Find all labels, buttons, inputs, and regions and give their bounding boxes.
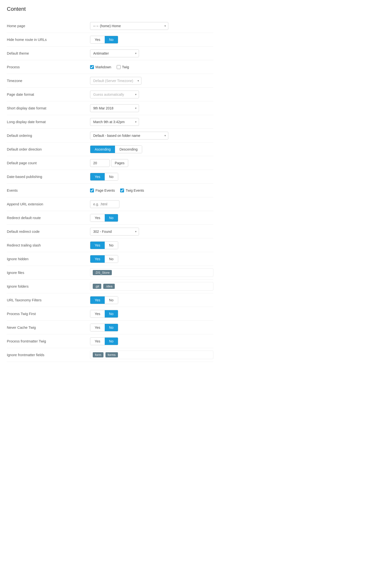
control-events: Page EventsTwig Events (90, 188, 213, 192)
label-redirect-default-route: Redirect default route (7, 216, 90, 220)
row-date-based-publishing: Date-based publishingYesNo (7, 170, 213, 184)
tag-forms: forms (105, 352, 118, 357)
checkbox-item-process-markdown: Markdown (90, 65, 111, 69)
toggle-btn-default-order-direction-descending[interactable]: Descending (115, 146, 142, 153)
toggle-btn-redirect-trailing-slash-no[interactable]: No (105, 242, 118, 249)
select-short-display-date[interactable]: 9th Mar 2018 (90, 104, 139, 112)
toggle-btn-process-twig-first-yes[interactable]: Yes (90, 310, 105, 318)
toggle-group-default-order-direction: AscendingDescending (90, 145, 142, 153)
select-default-redirect-code[interactable]: 302 - Found (90, 228, 139, 235)
select-timezone[interactable]: Default (Server Timezone) (90, 77, 142, 85)
toggle-btn-process-twig-first-no[interactable]: No (105, 310, 118, 318)
toggle-btn-default-order-direction-ascending[interactable]: Ascending (90, 146, 115, 153)
toggle-btn-ignore-hidden-yes[interactable]: Yes (90, 255, 105, 263)
label-ignore-files: Ignore files (7, 271, 90, 275)
control-timezone: Default (Server Timezone)▾ (90, 77, 213, 85)
toggle-group-date-based-publishing: YesNo (90, 173, 118, 181)
control-hide-home-route: YesNo (90, 36, 213, 44)
select-home-page[interactable]: --→ (home) Home (90, 22, 168, 30)
checkbox-item-process-twig: Twig (117, 65, 129, 69)
row-timezone: TimezoneDefault (Server Timezone)▾ (7, 74, 213, 88)
label-never-cache-twig: Never Cache Twig (7, 325, 90, 329)
row-page-date-format: Page date formatGuess automatically▾ (7, 88, 213, 101)
checkbox-events-twig-events[interactable] (120, 188, 124, 192)
control-home-page: --→ (home) Home▾ (90, 22, 213, 30)
select-wrap-timezone: Default (Server Timezone)▾ (90, 77, 142, 85)
control-never-cache-twig: YesNo (90, 324, 213, 331)
checkbox-process-twig[interactable] (117, 65, 121, 69)
control-ignore-hidden: YesNo (90, 255, 213, 263)
checkbox-events-page-events[interactable] (90, 188, 94, 192)
control-default-redirect-code: 302 - Found▾ (90, 228, 213, 235)
tag-.idea: .idea (103, 284, 114, 289)
control-process-frontmatter-twig: YesNo (90, 337, 213, 345)
control-default-page-count: Pages (90, 159, 213, 167)
toggle-btn-date-based-publishing-no[interactable]: No (105, 173, 118, 180)
label-process-twig-first: Process Twig First (7, 312, 90, 316)
row-process: ProcessMarkdownTwig (7, 60, 213, 74)
control-ignore-files: .DS_Store (90, 268, 213, 277)
tags-container-ignore-files[interactable]: .DS_Store (90, 268, 213, 277)
row-hide-home-route: Hide home route in URLsYesNo (7, 33, 213, 47)
tags-container-ignore-frontmatter-fields[interactable]: formforms (90, 351, 213, 359)
tags-container-ignore-folders[interactable]: .git.idea (90, 282, 213, 291)
row-append-url-extension: Append URL extension (7, 197, 213, 211)
row-process-twig-first: Process Twig FirstYesNo (7, 307, 213, 321)
row-default-order-direction: Default order directionAscendingDescendi… (7, 143, 213, 156)
row-redirect-trailing-slash: Redirect trailing slashYesNo (7, 238, 213, 252)
select-default-ordering[interactable]: Default - based on folder name (90, 132, 168, 140)
toggle-btn-process-frontmatter-twig-yes[interactable]: Yes (90, 338, 105, 345)
toggle-btn-process-frontmatter-twig-no[interactable]: No (105, 338, 118, 345)
checkbox-label-markdown: Markdown (96, 65, 111, 69)
toggle-btn-url-taxonomy-filters-no[interactable]: No (105, 296, 118, 304)
toggle-btn-date-based-publishing-yes[interactable]: Yes (90, 173, 105, 180)
label-ignore-frontmatter-fields: Ignore frontmatter fields (7, 353, 90, 357)
toggle-btn-redirect-trailing-slash-yes[interactable]: Yes (90, 242, 105, 249)
toggle-btn-hide-home-route-yes[interactable]: Yes (90, 36, 105, 43)
toggle-btn-never-cache-twig-no[interactable]: No (105, 324, 118, 331)
label-append-url-extension: Append URL extension (7, 202, 90, 206)
select-long-display-date[interactable]: March 9th at 3:42pm (90, 118, 139, 126)
row-ignore-frontmatter-fields: Ignore frontmatter fieldsformforms (7, 348, 213, 362)
label-process-frontmatter-twig: Process frontmatter Twig (7, 339, 90, 343)
row-never-cache-twig: Never Cache TwigYesNo (7, 321, 213, 334)
row-ignore-folders: Ignore folders.git.idea (7, 279, 213, 293)
row-ignore-files: Ignore files.DS_Store (7, 266, 213, 279)
toggle-btn-hide-home-route-no[interactable]: No (105, 36, 118, 43)
label-timezone: Timezone (7, 79, 90, 83)
select-wrap-default-ordering: Default - based on folder name▾ (90, 132, 168, 140)
label-process: Process (7, 65, 90, 69)
toggle-group-redirect-trailing-slash: YesNo (90, 241, 118, 249)
select-wrap-long-display-date: March 9th at 3:42pm▾ (90, 118, 139, 126)
label-short-display-date: Short display date format (7, 106, 90, 110)
toggle-btn-never-cache-twig-yes[interactable]: Yes (90, 324, 105, 331)
label-default-order-direction: Default order direction (7, 147, 90, 151)
label-hide-home-route: Hide home route in URLs (7, 38, 90, 42)
checkbox-process-markdown[interactable] (90, 65, 94, 69)
checkbox-item-events-twig-events: Twig Events (120, 188, 144, 192)
select-default-theme[interactable]: Antimatter (90, 50, 139, 57)
toggle-btn-redirect-default-route-yes[interactable]: Yes (90, 214, 105, 221)
control-ignore-folders: .git.idea (90, 282, 213, 291)
toggle-group-hide-home-route: YesNo (90, 36, 118, 44)
row-default-redirect-code: Default redirect code302 - Found▾ (7, 225, 213, 238)
toggle-btn-ignore-hidden-no[interactable]: No (105, 255, 118, 263)
select-wrap-short-display-date: 9th Mar 2018▾ (90, 104, 139, 112)
checkbox-label-page-events: Page Events (96, 188, 115, 192)
label-redirect-trailing-slash: Redirect trailing slash (7, 243, 90, 247)
pagecount-input-default-page-count[interactable] (90, 159, 110, 167)
label-default-ordering: Default ordering (7, 134, 90, 138)
toggle-group-never-cache-twig: YesNo (90, 324, 118, 331)
text-input-append-url-extension[interactable] (90, 200, 119, 208)
checkbox-label-twig: Twig (122, 65, 129, 69)
row-process-frontmatter-twig: Process frontmatter TwigYesNo (7, 334, 213, 348)
toggle-group-url-taxonomy-filters: YesNo (90, 296, 118, 304)
label-url-taxonomy-filters: URL Taxonomy Filters (7, 298, 90, 302)
select-page-date-format[interactable]: Guess automatically (90, 91, 139, 98)
toggle-btn-redirect-default-route-no[interactable]: No (105, 214, 118, 221)
toggle-btn-url-taxonomy-filters-yes[interactable]: Yes (90, 296, 105, 304)
control-ignore-frontmatter-fields: formforms (90, 351, 213, 359)
label-events: Events (7, 188, 90, 192)
label-default-redirect-code: Default redirect code (7, 230, 90, 234)
label-date-based-publishing: Date-based publishing (7, 175, 90, 179)
